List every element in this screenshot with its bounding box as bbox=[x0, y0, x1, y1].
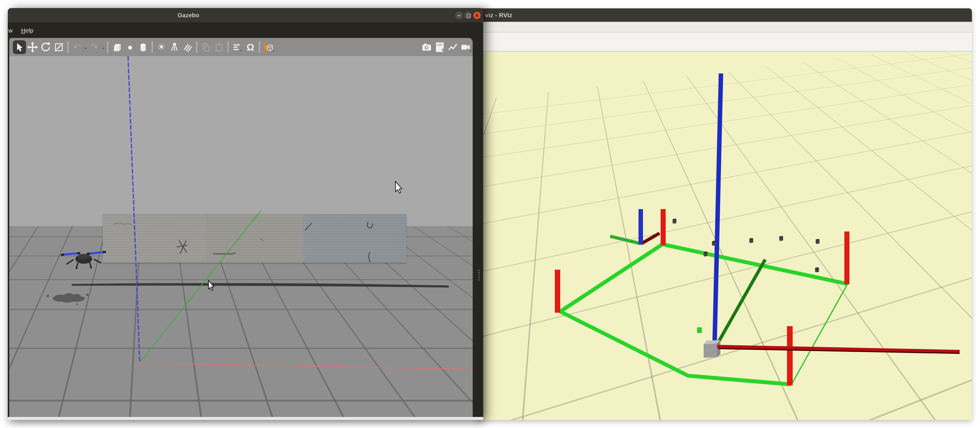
gazebo-menubar: w Help bbox=[8, 23, 483, 38]
redo-button[interactable]: ↷ bbox=[88, 40, 101, 54]
dark-red-x-bar bbox=[717, 347, 960, 353]
paste-button[interactable] bbox=[212, 40, 226, 54]
green-boundary-polygon bbox=[560, 244, 847, 384]
close-button[interactable] bbox=[473, 12, 481, 19]
quadcopter-drone bbox=[61, 252, 106, 269]
menu-item-window-partial[interactable]: w bbox=[8, 27, 13, 34]
insert-box-button[interactable] bbox=[110, 40, 123, 54]
log-label: LOG bbox=[436, 43, 442, 46]
rotate-tool-button[interactable] bbox=[39, 40, 52, 54]
cursor-arrow-icon bbox=[13, 40, 26, 54]
insert-sphere-button[interactable]: ● bbox=[123, 40, 137, 54]
screenshot-button[interactable] bbox=[420, 40, 433, 54]
gray-cube-robot bbox=[704, 340, 721, 358]
cylinder-icon bbox=[137, 40, 150, 54]
minimize-button[interactable] bbox=[455, 12, 463, 19]
plot-zigzag-icon bbox=[446, 40, 460, 54]
wall-texture-marks bbox=[113, 222, 372, 262]
tf-axes-marker bbox=[610, 209, 659, 244]
crashed-drone-debris bbox=[47, 293, 88, 305]
right-panel-splitter[interactable] bbox=[478, 270, 480, 280]
tall-blue-pole bbox=[715, 73, 721, 340]
mouse-cursor-lower bbox=[208, 280, 214, 290]
video-camera-icon bbox=[460, 40, 473, 54]
rviz-window: viz - RViz bbox=[476, 8, 972, 420]
plot-button[interactable] bbox=[446, 40, 460, 54]
small-obstacle-cubes bbox=[673, 219, 819, 272]
toolbar-separator bbox=[259, 41, 260, 53]
toolbar-separator bbox=[196, 41, 197, 53]
undo-icon: ↶ bbox=[73, 43, 81, 52]
log-file-icon: LOG bbox=[436, 42, 444, 52]
corner-red-pillars bbox=[555, 209, 850, 313]
ground-shadow-bar bbox=[72, 283, 449, 288]
copy-button[interactable] bbox=[199, 40, 212, 54]
desktop: viz - RViz bbox=[0, 0, 980, 428]
paste-icon bbox=[212, 40, 226, 54]
move-icon bbox=[26, 40, 39, 54]
align-icon bbox=[231, 40, 244, 54]
dark-green-y-bar bbox=[717, 259, 765, 345]
spot-light-icon bbox=[168, 40, 181, 54]
rotate-icon bbox=[39, 40, 52, 54]
select-tool-button[interactable] bbox=[13, 40, 26, 54]
video-record-button[interactable] bbox=[460, 40, 473, 54]
point-light-button[interactable]: ☀ bbox=[155, 40, 168, 54]
directional-light-icon bbox=[181, 40, 194, 54]
window-buttons bbox=[455, 12, 481, 19]
toolbar-separator bbox=[228, 41, 229, 53]
x-axis-red bbox=[140, 363, 473, 369]
scale-icon bbox=[52, 40, 65, 54]
redo-icon: ↷ bbox=[91, 43, 98, 52]
sphere-icon: ● bbox=[127, 43, 133, 52]
rviz-menubar-area[interactable] bbox=[476, 22, 972, 33]
align-button[interactable] bbox=[231, 40, 244, 54]
gazebo-bottom-bar bbox=[8, 417, 483, 420]
toolbar-separator bbox=[152, 41, 153, 53]
view-angle-button[interactable] bbox=[262, 40, 275, 54]
camera-icon bbox=[420, 40, 433, 54]
undo-button[interactable]: ↶ bbox=[70, 40, 84, 54]
redo-history-dropdown[interactable] bbox=[102, 48, 105, 51]
toolbar-separator bbox=[67, 41, 68, 53]
mouse-cursor-upper bbox=[396, 181, 402, 193]
green-waypoint-dot bbox=[697, 327, 702, 333]
directional-light-button[interactable] bbox=[181, 40, 194, 54]
rviz-toolbar-area[interactable] bbox=[476, 33, 972, 52]
gazebo-3d-viewport[interactable] bbox=[9, 56, 473, 417]
gazebo-titlebar[interactable]: Gazebo bbox=[8, 8, 483, 23]
insert-cylinder-button[interactable] bbox=[137, 40, 150, 54]
gazebo-window: Gazebo w Help bbox=[8, 8, 483, 420]
gazebo-scene-overlay bbox=[9, 56, 473, 417]
point-light-icon: ☀ bbox=[158, 43, 165, 52]
box-icon bbox=[110, 40, 123, 54]
world-axes bbox=[128, 56, 473, 369]
rviz-scene-overlay bbox=[476, 52, 972, 420]
gazebo-window-title: Gazebo bbox=[8, 8, 369, 22]
gazebo-toolbar: ↶ ↷ ● bbox=[9, 38, 473, 56]
spot-light-button[interactable] bbox=[168, 40, 181, 54]
translate-tool-button[interactable] bbox=[26, 40, 39, 54]
log-record-button[interactable]: LOG bbox=[433, 40, 446, 54]
rviz-3d-viewport[interactable] bbox=[476, 52, 972, 420]
copy-icon bbox=[199, 40, 212, 54]
toolbar-separator bbox=[107, 41, 108, 53]
rviz-titlebar[interactable]: viz - RViz bbox=[476, 8, 972, 22]
snap-button[interactable]: Ω bbox=[244, 40, 257, 54]
undo-history-dropdown[interactable] bbox=[84, 48, 87, 51]
z-axis-blue bbox=[128, 56, 140, 363]
menu-item-help[interactable]: Help bbox=[21, 27, 33, 34]
view-angle-cube-icon bbox=[262, 40, 275, 54]
y-axis-green bbox=[140, 210, 261, 363]
maximize-button[interactable] bbox=[464, 12, 472, 19]
magnet-icon: Ω bbox=[247, 42, 254, 52]
scale-tool-button[interactable] bbox=[52, 40, 65, 54]
bottom-edge-red-pillar bbox=[787, 326, 793, 385]
